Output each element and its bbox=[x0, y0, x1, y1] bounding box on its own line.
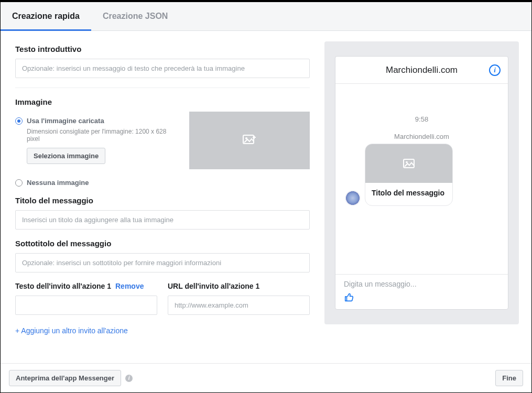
messenger-preview-button[interactable]: Anteprima dell'app Messenger bbox=[9, 370, 121, 386]
divider bbox=[15, 88, 310, 88]
message-title-input[interactable] bbox=[15, 210, 310, 230]
image-icon bbox=[403, 159, 415, 168]
preview-panel: Marchiondelli.com i 9:58 Marchiondelli.c… bbox=[324, 31, 531, 363]
cta-url-input[interactable] bbox=[168, 296, 310, 315]
avatar bbox=[345, 190, 361, 206]
preview-header: Marchiondelli.com i bbox=[335, 57, 508, 84]
cta-text-label: Testo dell'invito all'azione 1 Remove bbox=[15, 282, 157, 290]
preview-message-card: Titolo del messaggio bbox=[365, 144, 453, 206]
radio-use-uploaded-image[interactable]: Usa l'immagine caricata bbox=[15, 117, 173, 125]
image-section-label: Immagine bbox=[15, 97, 310, 106]
add-cta-link[interactable]: + Aggiungi un altro invito all'azione bbox=[15, 326, 310, 335]
message-subtitle-input[interactable] bbox=[15, 253, 310, 272]
cta-url-label: URL dell'invito all'azione 1 bbox=[168, 282, 310, 290]
image-add-icon bbox=[243, 135, 256, 146]
info-icon: i bbox=[125, 375, 133, 382]
preview-timestamp: 9:58 bbox=[345, 115, 498, 123]
info-icon: i bbox=[489, 64, 501, 76]
radio-label: Nessuna immagine bbox=[27, 179, 89, 187]
cta-remove-link[interactable]: Remove bbox=[115, 282, 144, 290]
radio-no-image[interactable]: Nessuna immagine bbox=[15, 179, 173, 187]
svg-point-5 bbox=[406, 161, 408, 163]
message-title-label: Titolo del messaggio bbox=[15, 196, 310, 205]
footer-bar: Anteprima dell'app Messenger i Fine bbox=[1, 363, 531, 392]
like-icon bbox=[344, 291, 500, 303]
tab-json-creation[interactable]: Creazione JSON bbox=[91, 2, 179, 30]
select-image-button[interactable]: Seleziona immagine bbox=[27, 148, 105, 164]
radio-label: Usa l'immagine caricata bbox=[27, 117, 104, 125]
preview-page-name: Marchiondelli.com bbox=[386, 65, 458, 75]
preview-card-image bbox=[365, 144, 452, 183]
radio-icon bbox=[15, 117, 23, 125]
tab-bar: Creazione rapida Creazione JSON bbox=[1, 2, 531, 31]
cta-text-input[interactable] bbox=[15, 296, 157, 315]
preview-card-title: Titolo del messaggio bbox=[365, 183, 452, 205]
intro-text-label: Testo introduttivo bbox=[15, 45, 310, 53]
done-button[interactable]: Fine bbox=[495, 370, 523, 386]
tab-quick-creation[interactable]: Creazione rapida bbox=[1, 2, 91, 31]
intro-text-input[interactable] bbox=[15, 59, 310, 78]
form-panel: Testo introduttivo Immagine Usa l'immagi… bbox=[1, 31, 324, 363]
image-size-hint: Dimensioni consigliate per l'immagine: 1… bbox=[27, 128, 173, 143]
message-subtitle-label: Sottotitolo del messaggio bbox=[15, 239, 310, 248]
preview-compose-placeholder: Digita un messaggio... bbox=[344, 280, 500, 288]
image-upload-placeholder[interactable] bbox=[189, 112, 310, 169]
preview-sender-name: Marchiondelli.com bbox=[345, 133, 498, 140]
radio-icon bbox=[15, 179, 23, 187]
